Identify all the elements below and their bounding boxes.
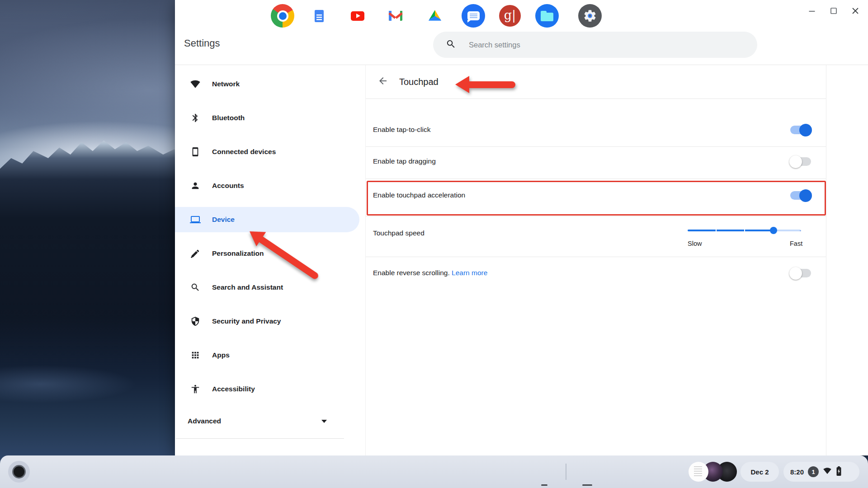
shelf xyxy=(0,455,868,488)
slider-tick xyxy=(716,230,717,231)
sidebar-item-apps[interactable]: Apps xyxy=(175,343,359,368)
date-label: Dec 2 xyxy=(750,468,769,476)
paint-pen-icon xyxy=(190,248,201,259)
setting-label-reverse-scrolling: Enable reverse scrolling. Learn more xyxy=(373,269,487,277)
search-icon xyxy=(446,39,456,51)
page-title: Touchpad xyxy=(399,77,439,87)
shelf-app-docs[interactable] xyxy=(307,4,331,28)
touchpad-settings-panel: Touchpad Enable tap-to-click Enable tap … xyxy=(365,65,826,455)
slider-knob[interactable] xyxy=(770,227,777,234)
person-icon xyxy=(190,180,201,191)
shelf-app-youtube[interactable] xyxy=(346,4,369,28)
row-divider xyxy=(366,257,826,257)
sidebar-item-accessibility[interactable]: Accessibility xyxy=(175,376,359,402)
date-pill[interactable]: Dec 2 xyxy=(741,462,779,482)
setting-label-tap-to-click: Enable tap-to-click xyxy=(373,126,431,134)
settings-gear-icon xyxy=(583,9,597,23)
sidebar-item-device[interactable]: Device xyxy=(175,207,359,232)
battery-charging-icon xyxy=(836,466,842,478)
setting-label-touchpad-speed: Touchpad speed xyxy=(373,229,425,237)
sidebar-item-personalization[interactable]: Personalization xyxy=(175,241,359,266)
toggle-tap-dragging[interactable] xyxy=(790,157,811,166)
shelf-app-settings[interactable] xyxy=(578,4,602,28)
google-scholar-icon: g| xyxy=(504,9,516,21)
back-button[interactable] xyxy=(377,75,388,88)
row-divider xyxy=(366,178,826,179)
search-icon xyxy=(190,282,201,293)
learn-more-link[interactable]: Learn more xyxy=(452,269,487,277)
sidebar-item-label: Search and Assistant xyxy=(212,283,283,291)
running-indicator-settings xyxy=(582,484,592,486)
status-tray[interactable]: 8:20 1 xyxy=(783,462,859,482)
subpage-header: Touchpad xyxy=(366,65,826,99)
shelf-app-gmail[interactable] xyxy=(384,4,407,28)
touchpad-speed-slider[interactable] xyxy=(688,230,801,231)
accessibility-icon xyxy=(190,384,201,394)
search-bar[interactable] xyxy=(433,32,757,58)
clock-label: 8:20 xyxy=(790,468,804,476)
minimize-button[interactable] xyxy=(807,5,817,16)
shield-icon xyxy=(190,316,201,327)
sidebar-item-network[interactable]: Network xyxy=(175,71,359,97)
advanced-label: Advanced xyxy=(188,417,221,425)
launcher-icon xyxy=(12,465,26,479)
app-title: Settings xyxy=(184,38,220,49)
shelf-app-google-scholar[interactable]: g| xyxy=(498,4,522,28)
notification-badge: 1 xyxy=(808,466,819,477)
chrome-icon xyxy=(277,10,288,22)
maximize-button[interactable] xyxy=(828,5,839,16)
slider-fill xyxy=(688,230,774,231)
setting-label-tap-dragging: Enable tap dragging xyxy=(373,157,436,165)
toggle-tap-to-click[interactable] xyxy=(790,126,811,134)
slider-max-label: Fast xyxy=(790,240,802,247)
shelf-separator xyxy=(566,464,566,480)
sidebar-item-label: Bluetooth xyxy=(212,114,245,122)
folder-icon xyxy=(541,13,553,21)
sidebar-item-label: Personalization xyxy=(212,249,264,258)
sidebar-item-connected-devices[interactable]: Connected devices xyxy=(175,139,359,164)
sidebar-item-label: Security and Privacy xyxy=(212,317,281,325)
window-controls xyxy=(807,5,861,16)
running-indicator-files xyxy=(541,484,547,486)
setting-label-touchpad-acceleration: Enable touchpad acceleration xyxy=(373,191,465,199)
apps-grid-icon xyxy=(190,350,201,361)
sidebar-item-label: Device xyxy=(212,216,235,224)
settings-window: Settings Network Bluetooth xyxy=(175,0,868,455)
sidebar-item-label: Accessibility xyxy=(212,385,255,393)
row-divider xyxy=(366,216,826,216)
sidebar-item-security-privacy[interactable]: Security and Privacy xyxy=(175,309,359,334)
wifi-icon xyxy=(190,79,201,89)
drive-icon xyxy=(428,10,442,22)
sidebar-item-label: Accounts xyxy=(212,182,244,190)
gmail-icon xyxy=(389,11,402,21)
settings-sidebar: Network Bluetooth Connected devices Acco… xyxy=(175,65,365,455)
sidebar-item-accounts[interactable]: Accounts xyxy=(175,173,359,198)
youtube-icon xyxy=(351,11,364,21)
sidebar-item-bluetooth[interactable]: Bluetooth xyxy=(175,105,359,131)
sidebar-item-label: Connected devices xyxy=(212,148,276,156)
laptop-icon xyxy=(190,214,201,225)
shelf-app-chrome[interactable] xyxy=(271,4,294,28)
slider-min-label: Slow xyxy=(688,240,702,247)
messages-icon xyxy=(467,11,480,20)
sidebar-advanced-expander[interactable]: Advanced xyxy=(175,408,359,434)
shelf-app-files[interactable] xyxy=(535,4,559,28)
row-divider xyxy=(366,146,826,147)
toggle-touchpad-acceleration[interactable] xyxy=(790,191,811,200)
slider-tick xyxy=(744,230,745,231)
shelf-app-messages[interactable] xyxy=(462,4,485,28)
chevron-down-icon xyxy=(321,420,327,423)
search-input[interactable] xyxy=(468,40,696,50)
sidebar-item-search-assistant[interactable]: Search and Assistant xyxy=(175,275,359,300)
smartphone-icon xyxy=(190,146,201,157)
close-button[interactable] xyxy=(850,5,861,16)
shelf-app-drive[interactable] xyxy=(423,4,447,28)
launcher-button[interactable] xyxy=(8,461,30,483)
sidebar-divider xyxy=(176,438,344,439)
toggle-reverse-scrolling[interactable] xyxy=(790,269,811,277)
bluetooth-icon xyxy=(190,113,201,123)
recent-window-thumb-1[interactable] xyxy=(689,462,708,482)
slider-end-dot xyxy=(800,230,801,231)
sidebar-item-label: Network xyxy=(212,80,240,88)
sidebar-item-label: Apps xyxy=(212,351,230,359)
